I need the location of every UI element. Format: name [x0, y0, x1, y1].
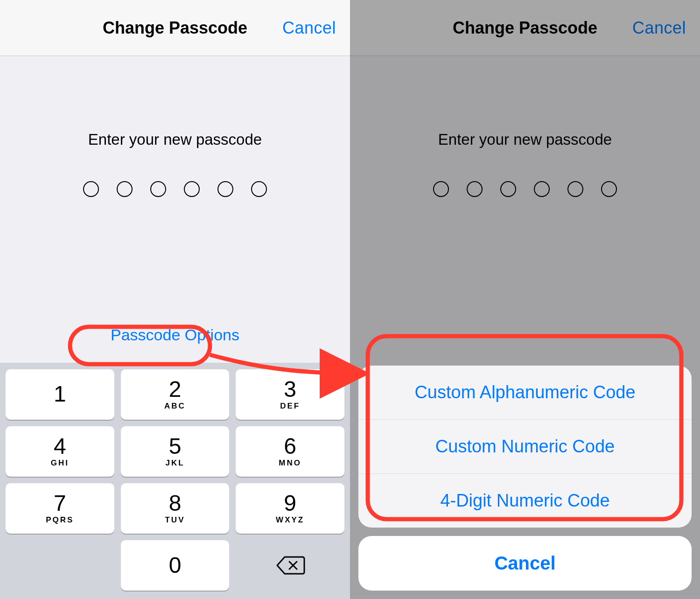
keypad-key-1[interactable]: 1	[6, 369, 114, 420]
passcode-body: Enter your new passcode Passcode Options	[0, 56, 350, 363]
key-digit: 2	[169, 378, 182, 401]
passcode-options-link[interactable]: Passcode Options	[98, 321, 252, 349]
sheet-cancel-button[interactable]: Cancel	[358, 536, 692, 591]
passcode-dot	[184, 181, 200, 197]
key-digit: 8	[169, 492, 182, 514]
passcode-prompt: Enter your new passcode	[88, 131, 262, 148]
page-title: Change Passcode	[103, 18, 247, 38]
left-screenshot: Change Passcode Cancel Enter your new pa…	[0, 0, 350, 599]
key-digit: 9	[284, 492, 296, 514]
key-digit: 0	[169, 554, 182, 577]
keypad-key-7[interactable]: 7 PQRS	[6, 483, 114, 534]
key-digit: 3	[284, 378, 296, 401]
key-letters: DEF	[280, 402, 300, 411]
passcode-dot	[433, 181, 449, 197]
passcode-dot	[467, 181, 483, 197]
backspace-icon	[275, 555, 305, 576]
key-letters: ABC	[164, 402, 186, 411]
keypad-key-0[interactable]: 0	[121, 540, 230, 591]
passcode-dot	[217, 181, 233, 197]
keypad-key-6[interactable]: 6 MNO	[236, 426, 344, 477]
sheet-option-alphanumeric[interactable]: Custom Alphanumeric Code	[358, 366, 692, 420]
keypad-key-9[interactable]: 9 WXYZ	[236, 483, 344, 534]
key-digit: 4	[54, 435, 66, 458]
passcode-prompt: Enter your new passcode	[438, 131, 612, 148]
page-title: Change Passcode	[453, 18, 597, 38]
keypad-key-2[interactable]: 2 ABC	[121, 369, 230, 420]
passcode-dot	[83, 181, 99, 197]
passcode-dot	[117, 181, 133, 197]
sheet-option-4digit[interactable]: 4-Digit Numeric Code	[358, 474, 692, 528]
action-sheet-panel: Custom Alphanumeric Code Custom Numeric …	[358, 366, 692, 528]
passcode-dots	[433, 181, 617, 197]
right-screenshot: Change Passcode Cancel Enter your new pa…	[350, 0, 700, 599]
keypad-key-3[interactable]: 3 DEF	[236, 369, 344, 420]
key-digit: 1	[54, 383, 66, 405]
action-sheet: Custom Alphanumeric Code Custom Numeric …	[350, 357, 700, 599]
cancel-button[interactable]: Cancel	[282, 18, 336, 38]
sheet-option-numeric[interactable]: Custom Numeric Code	[358, 420, 692, 474]
key-digit: 5	[169, 435, 182, 458]
cancel-button[interactable]: Cancel	[632, 18, 686, 38]
key-letters: GHI	[51, 458, 69, 468]
passcode-dot	[251, 181, 267, 197]
keypad-key-4[interactable]: 4 GHI	[6, 426, 114, 477]
key-letters: MNO	[279, 458, 301, 468]
key-letters: WXYZ	[276, 515, 304, 525]
keypad-backspace[interactable]	[236, 540, 344, 591]
passcode-dot	[534, 181, 550, 197]
keypad-blank	[6, 540, 114, 591]
key-letters: JKL	[165, 458, 184, 468]
passcode-dots	[83, 181, 267, 197]
key-digit: 6	[284, 435, 296, 458]
navbar: Change Passcode Cancel	[350, 0, 700, 56]
key-letters: PQRS	[46, 515, 74, 525]
key-letters: TUV	[165, 515, 185, 525]
passcode-dot	[567, 181, 583, 197]
navbar: Change Passcode Cancel	[0, 0, 350, 56]
keypad-key-5[interactable]: 5 JKL	[121, 426, 230, 477]
keypad-key-8[interactable]: 8 TUV	[121, 483, 230, 534]
passcode-dot	[150, 181, 166, 197]
passcode-dot	[601, 181, 617, 197]
key-digit: 7	[54, 492, 66, 514]
numeric-keypad: 1 2 ABC 3 DEF 4 GHI 5 JKL 6 MNO 7 PQRS 8	[0, 363, 350, 599]
passcode-dot	[500, 181, 516, 197]
